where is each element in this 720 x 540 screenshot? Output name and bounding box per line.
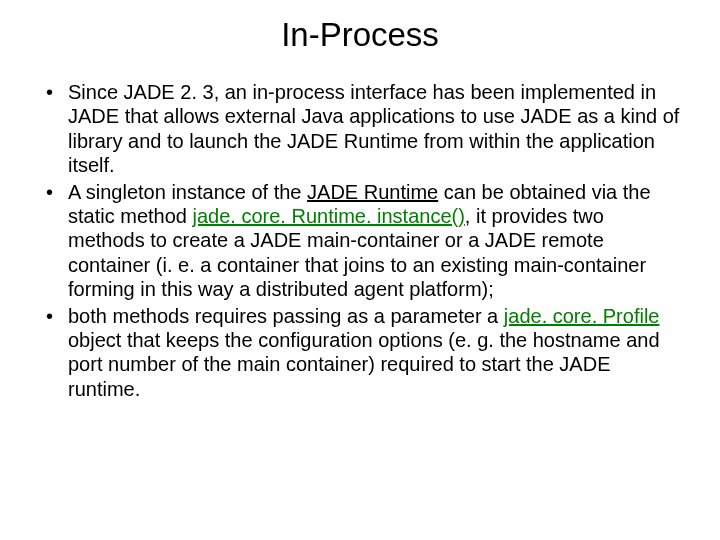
bullet-text: both methods requires passing as a param… <box>68 305 504 327</box>
slide: In-Process Since JADE 2. 3, an in-proces… <box>0 0 720 540</box>
bullet-text: Since JADE 2. 3, an in-process interface… <box>68 81 679 176</box>
code-reference: jade. core. Runtime. instance() <box>193 205 465 227</box>
bullet-text: A singleton instance of the <box>68 181 307 203</box>
bullet-text: object that keeps the configuration opti… <box>68 329 660 400</box>
code-reference: jade. core. Profile <box>504 305 660 327</box>
list-item: Since JADE 2. 3, an in-process interface… <box>40 80 680 178</box>
list-item: A singleton instance of the JADE Runtime… <box>40 180 680 302</box>
list-item: both methods requires passing as a param… <box>40 304 680 402</box>
bullet-list: Since JADE 2. 3, an in-process interface… <box>40 80 680 401</box>
slide-title: In-Process <box>40 16 680 54</box>
underlined-term: JADE Runtime <box>307 181 438 203</box>
